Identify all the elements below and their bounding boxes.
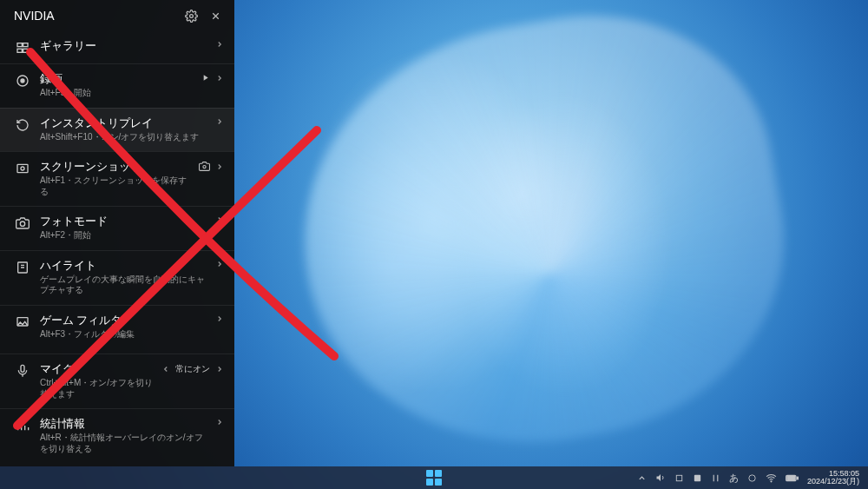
- menu-label: フォトモード: [40, 215, 210, 228]
- screenshot-icon: [16, 162, 30, 175]
- overlay-header: NVIDIA: [0, 0, 234, 31]
- nvidia-overlay-panel: NVIDIA ギャラリー 録画 Alt+F9・開始: [0, 0, 234, 466]
- highlights-icon: [16, 261, 30, 274]
- menu-label: ゲーム フィルタ: [40, 314, 210, 327]
- menu-item-record[interactable]: 録画 Alt+F9・開始: [0, 63, 234, 108]
- menu-sublabel: ゲームプレイの大事な瞬間を自動的にキャプチャする: [40, 274, 210, 296]
- menu-item-gallery[interactable]: ギャラリー: [0, 31, 234, 63]
- gear-icon: [185, 10, 198, 23]
- menu-sublabel: Alt+Shift+F10・オン/オフを切り替えます: [40, 132, 210, 143]
- chevron-right-icon: [215, 74, 224, 83]
- menu-item-statistics[interactable]: 統計情報 Alt+R・統計情報オーバーレイのオン/オフを切り替える: [0, 408, 234, 463]
- svg-point-16: [749, 474, 755, 480]
- svg-point-8: [21, 167, 24, 170]
- chevron-right-icon[interactable]: [215, 365, 224, 373]
- menu-item-game-filter[interactable]: ゲーム フィルタ Alt+F3・フィルタの編集: [0, 305, 234, 349]
- menu-item-highlights[interactable]: ハイライト ゲームプレイの大事な瞬間を自動的にキャプチャする: [0, 250, 234, 305]
- menu-sublabel: Alt+R・統計情報オーバーレイのオン/オフを切り替える: [40, 433, 210, 454]
- stats-icon: [16, 419, 30, 433]
- ime-indicator[interactable]: あ: [729, 472, 739, 485]
- record-icon: [16, 74, 30, 88]
- gallery-icon: [16, 41, 30, 55]
- svg-point-9: [203, 165, 206, 168]
- microphone-icon: [16, 364, 30, 378]
- tray-chevron-icon[interactable]: [637, 473, 647, 483]
- close-button[interactable]: [203, 3, 227, 28]
- instant-replay-icon: [16, 118, 30, 132]
- chevron-right-icon: [215, 117, 224, 126]
- taskbar-clock[interactable]: 15:58:05 2024/12/23(月): [807, 470, 859, 486]
- filter-icon: [16, 315, 30, 329]
- chevron-right-icon: [215, 260, 224, 268]
- overlay-title: NVIDIA: [14, 9, 179, 23]
- tray-icon-4[interactable]: [747, 473, 757, 483]
- svg-point-0: [189, 14, 193, 17]
- svg-rect-7: [17, 164, 28, 172]
- menu-label: 録画: [40, 73, 195, 86]
- menu-label: ギャラリー: [40, 40, 210, 53]
- start-button[interactable]: [426, 470, 442, 486]
- close-icon: [210, 10, 221, 22]
- svg-point-17: [771, 480, 772, 481]
- svg-rect-2: [23, 43, 28, 47]
- chevron-right-icon: [215, 162, 224, 171]
- svg-rect-19: [797, 477, 798, 479]
- menu-item-screenshot[interactable]: スクリーンショット Alt+F1・スクリーンショットを保存する: [0, 151, 234, 206]
- menu-label: ハイライト: [40, 260, 210, 273]
- svg-rect-1: [17, 43, 22, 47]
- mic-status: 常にオン: [175, 363, 210, 375]
- photo-mode-icon: [16, 216, 30, 230]
- menu-item-mic[interactable]: マイク Ctrl+Alt+M・オン/オフを切り替えます 常にオン: [0, 354, 234, 408]
- svg-point-10: [20, 221, 24, 226]
- menu-sublabel: Alt+F9・開始: [40, 88, 195, 99]
- overlay-menu: ギャラリー 録画 Alt+F9・開始 インスタントリプレイ Alt+Shift+…: [0, 31, 234, 466]
- camera-icon: [199, 161, 210, 172]
- system-tray[interactable]: あ 15:58:05 2024/12/23(月): [637, 470, 868, 486]
- battery-icon[interactable]: [786, 473, 799, 483]
- svg-rect-4: [23, 49, 28, 52]
- chevron-right-icon: [215, 314, 224, 323]
- svg-rect-3: [17, 49, 22, 52]
- svg-rect-20: [787, 476, 795, 479]
- play-icon: [201, 73, 210, 83]
- menu-sublabel: Alt+F3・フィルタの編集: [40, 329, 210, 340]
- svg-rect-14: [676, 475, 681, 480]
- svg-rect-15: [694, 474, 700, 480]
- wifi-icon[interactable]: [766, 472, 777, 484]
- chevron-right-icon: [215, 40, 224, 49]
- menu-label: 統計情報: [40, 418, 210, 431]
- menu-label: スクリーンショット: [40, 161, 194, 174]
- menu-sublabel: Alt+F2・開始: [40, 230, 210, 241]
- chevron-left-icon[interactable]: [161, 365, 170, 373]
- tray-icon-3[interactable]: [711, 473, 720, 483]
- menu-item-photo-mode[interactable]: フォトモード Alt+F2・開始: [0, 206, 234, 250]
- svg-rect-13: [21, 365, 24, 372]
- chevron-right-icon: [215, 215, 224, 224]
- tray-icon-2[interactable]: [693, 473, 702, 483]
- tray-icon-1[interactable]: [674, 473, 684, 483]
- menu-label: マイク: [40, 363, 156, 376]
- settings-button[interactable]: [179, 3, 203, 28]
- svg-point-6: [21, 79, 24, 83]
- taskbar[interactable]: あ 15:58:05 2024/12/23(月): [0, 466, 868, 489]
- menu-sublabel: Alt+F1・スクリーンショットを保存する: [40, 175, 194, 197]
- chevron-right-icon: [215, 418, 224, 426]
- menu-sublabel: Ctrl+Alt+M・オン/オフを切り替えます: [40, 378, 156, 400]
- volume-icon[interactable]: [655, 472, 666, 483]
- clock-date: 2024/12/23(月): [807, 478, 859, 486]
- menu-item-instant-replay[interactable]: インスタントリプレイ Alt+Shift+F10・オン/オフを切り替えます: [0, 108, 234, 152]
- menu-label: インスタントリプレイ: [40, 117, 210, 130]
